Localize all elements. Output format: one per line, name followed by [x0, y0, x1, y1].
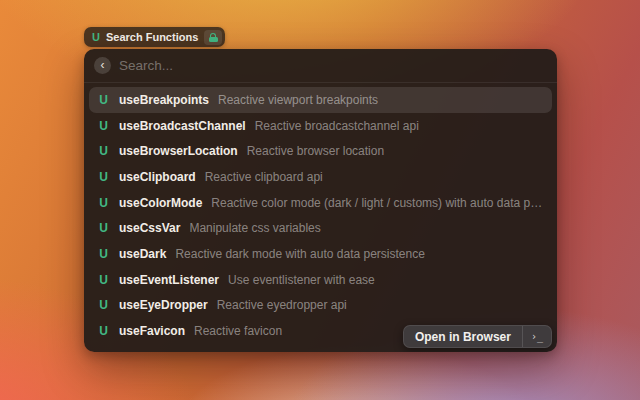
vueuse-u-icon: U	[97, 170, 110, 184]
function-name: useFavicon	[119, 324, 185, 338]
function-list: U useBreakpoints Reactive viewport break…	[84, 83, 557, 352]
list-item[interactable]: U useBreakpoints Reactive viewport break…	[89, 87, 552, 113]
function-description: Reactive eyedropper api	[217, 298, 347, 312]
vueuse-u-icon: U	[97, 298, 110, 312]
function-description: Use eventlistener with ease	[228, 273, 375, 287]
function-description: Manipulate css variables	[189, 221, 320, 235]
open-in-browser-button[interactable]: Open in Browser ›_	[403, 325, 552, 348]
back-button[interactable]: ‹	[94, 57, 111, 74]
function-name: useBreakpoints	[119, 93, 209, 107]
vueuse-logo-icon: U	[92, 32, 100, 43]
function-name: useDark	[119, 247, 166, 261]
function-description: Reactive color mode (dark / light / cust…	[211, 196, 544, 210]
function-description: Reactive broadcastchannel api	[255, 119, 419, 133]
lock-icon	[210, 33, 216, 37]
vueuse-u-icon: U	[97, 350, 110, 352]
chevron-left-icon: ‹	[101, 59, 105, 71]
search-input[interactable]	[119, 58, 547, 73]
terminal-shortcut-icon: ›_	[523, 326, 551, 347]
function-name: useEyeDropper	[119, 298, 208, 312]
list-item[interactable]: U useBroadcastChannel Reactive broadcast…	[89, 113, 552, 139]
vueuse-u-icon: U	[97, 144, 110, 158]
function-description: Reactive browser location	[247, 144, 384, 158]
vueuse-u-icon: U	[97, 247, 110, 261]
vueuse-u-icon: U	[97, 273, 110, 287]
search-panel: ‹ U useBreakpoints Reactive viewport bre…	[84, 49, 557, 352]
vueuse-u-icon: U	[97, 119, 110, 133]
function-description: Reactive dark mode with auto data persis…	[175, 247, 424, 261]
list-item[interactable]: U useColorMode Reactive color mode (dark…	[89, 190, 552, 216]
function-description: Reactive favicon	[194, 324, 282, 338]
function-name: useBrowserLocation	[119, 144, 238, 158]
function-name: useBroadcastChannel	[119, 119, 246, 133]
list-item[interactable]: U useDark Reactive dark mode with auto d…	[89, 241, 552, 267]
list-item[interactable]: U useEyeDropper Reactive eyedropper api	[89, 293, 552, 319]
function-name: useCssVar	[119, 221, 180, 235]
function-name: useClipboard	[119, 170, 196, 184]
extension-tag[interactable]: U Search Functions	[84, 27, 225, 47]
lock-badge	[204, 30, 222, 45]
vueuse-u-icon: U	[97, 324, 110, 338]
function-description: Reactive clipboard api	[205, 170, 323, 184]
function-description: Reactive fullscreen api	[209, 350, 330, 352]
search-bar: ‹	[84, 49, 557, 83]
list-item[interactable]: U useEventListener Use eventlistener wit…	[89, 267, 552, 293]
desktop-background: { "header_tag": { "logo": "U", "title": …	[0, 0, 640, 400]
function-name: useColorMode	[119, 196, 202, 210]
list-item[interactable]: U useCssVar Manipulate css variables	[89, 215, 552, 241]
list-item[interactable]: U useBrowserLocation Reactive browser lo…	[89, 138, 552, 164]
vueuse-u-icon: U	[97, 221, 110, 235]
function-description: Reactive viewport breakpoints	[218, 93, 378, 107]
extension-title: Search Functions	[106, 31, 198, 43]
vueuse-u-icon: U	[97, 196, 110, 210]
function-name: useEventListener	[119, 273, 219, 287]
list-item[interactable]: U useClipboard Reactive clipboard api	[89, 164, 552, 190]
vueuse-u-icon: U	[97, 93, 110, 107]
open-in-browser-label: Open in Browser	[404, 326, 522, 347]
function-name: useFullscreen	[119, 350, 200, 352]
